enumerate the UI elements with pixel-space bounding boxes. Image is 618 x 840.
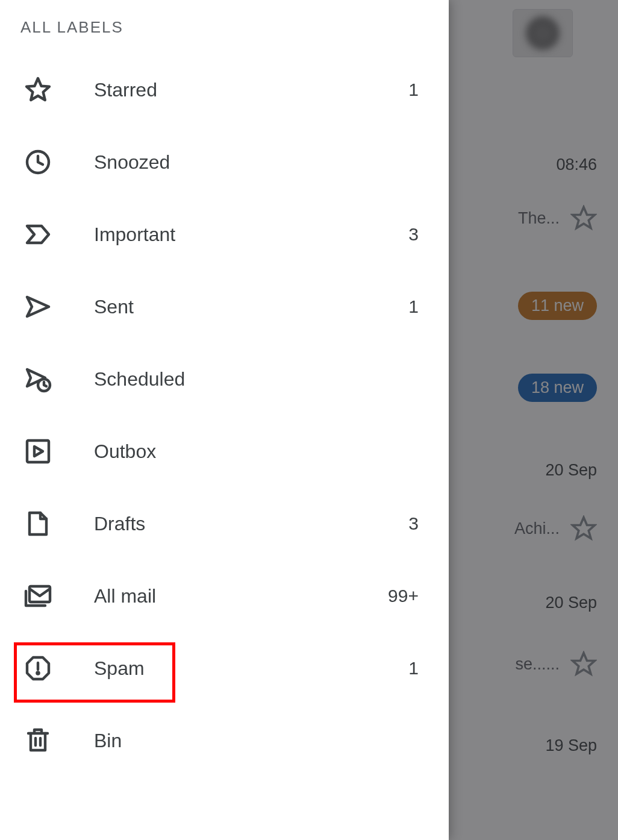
- label-item-all-mail[interactable]: All mail 99+: [0, 560, 449, 632]
- send-icon: [23, 292, 53, 322]
- all-mail-icon: [23, 581, 53, 611]
- label-item-drafts[interactable]: Drafts 3: [0, 487, 449, 560]
- label-count: 1: [408, 658, 426, 679]
- label-item-bin[interactable]: Bin: [0, 704, 449, 777]
- clock-icon: [23, 147, 53, 177]
- label-item-starred[interactable]: Starred 1: [0, 54, 449, 126]
- section-header-all-labels: ALL LABELS: [0, 0, 449, 54]
- label-item-sent[interactable]: Sent 1: [0, 271, 449, 343]
- label-count: 1: [408, 296, 426, 317]
- label-text: All mail: [94, 585, 388, 607]
- navigation-drawer: ALL LABELS Starred 1 Snoozed Important 3: [0, 0, 449, 840]
- scheduled-icon: [23, 364, 53, 394]
- label-text: Spam: [94, 657, 408, 680]
- label-count: 3: [408, 224, 426, 245]
- label-list: Starred 1 Snoozed Important 3 Sent 1: [0, 54, 449, 777]
- svg-rect-9: [27, 440, 49, 462]
- svg-point-14: [37, 672, 39, 674]
- label-text: Snoozed: [94, 151, 419, 174]
- label-count: 99+: [388, 586, 426, 606]
- label-count: 3: [408, 513, 426, 534]
- svg-marker-7: [27, 369, 45, 386]
- label-item-snoozed[interactable]: Snoozed: [0, 126, 449, 198]
- bin-icon: [23, 726, 53, 756]
- label-item-outbox[interactable]: Outbox: [0, 415, 449, 487]
- label-item-scheduled[interactable]: Scheduled: [0, 343, 449, 415]
- label-text: Bin: [94, 730, 419, 752]
- important-icon: [23, 219, 53, 249]
- label-text: Drafts: [94, 513, 408, 535]
- label-text: Sent: [94, 296, 408, 318]
- star-icon: [23, 75, 53, 105]
- label-text: Important: [94, 224, 408, 246]
- svg-marker-10: [34, 447, 43, 456]
- label-item-important[interactable]: Important 3: [0, 198, 449, 271]
- label-count: 1: [408, 80, 426, 100]
- label-text: Starred: [94, 79, 408, 101]
- svg-marker-5: [27, 226, 49, 243]
- outbox-icon: [23, 436, 53, 466]
- spam-icon: [23, 653, 53, 683]
- svg-rect-11: [30, 586, 50, 602]
- label-text: Scheduled: [94, 368, 419, 390]
- svg-marker-6: [27, 297, 49, 316]
- draft-icon: [23, 509, 53, 539]
- label-item-spam[interactable]: Spam 1: [0, 632, 449, 704]
- label-text: Outbox: [94, 440, 419, 463]
- svg-marker-3: [27, 78, 49, 100]
